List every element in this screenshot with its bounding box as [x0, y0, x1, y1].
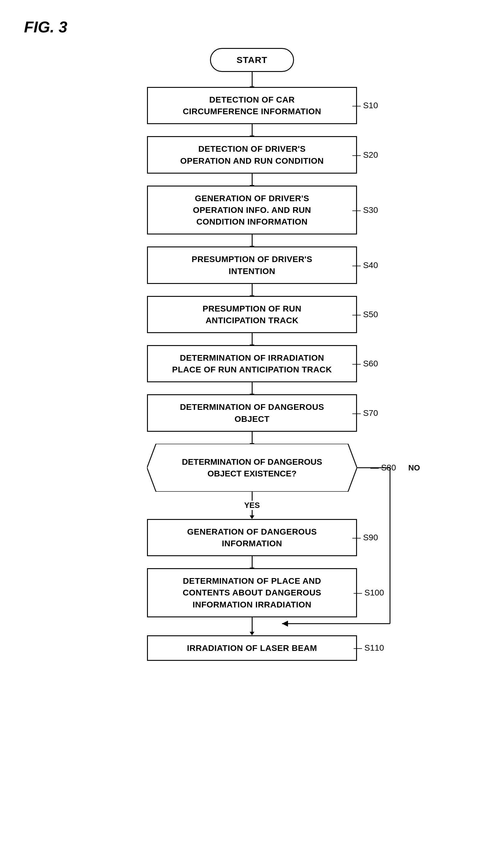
s60-box: DETERMINATION OF IRRADIATIONPLACE OF RUN…	[147, 345, 357, 382]
s100-box: DETERMINATION OF PLACE ANDCONTENTS ABOUT…	[147, 568, 357, 617]
s90-row: GENERATION OF DANGEROUSINFORMATION — S90	[72, 519, 432, 556]
s10-label: — S10	[352, 101, 378, 110]
start-terminal: START	[210, 48, 294, 72]
s20-row: DETECTION OF DRIVER'SOPERATION AND RUN C…	[24, 136, 480, 173]
s20-box: DETECTION OF DRIVER'SOPERATION AND RUN C…	[147, 136, 357, 173]
s30-label: — S30	[352, 205, 378, 215]
s90-label: — S90	[352, 533, 378, 542]
s50-label: — S50	[352, 310, 378, 319]
yes-label: YES	[244, 501, 260, 510]
svg-marker-4	[282, 621, 288, 627]
s110-label: — S110	[354, 643, 384, 653]
no-label: NO	[408, 463, 420, 472]
s100-label: — S100	[354, 588, 384, 598]
s80-text: DETERMINATION OF DANGEROUSOBJECT EXISTEN…	[182, 456, 322, 479]
s40-box: PRESUMPTION OF DRIVER'SINTENTION	[147, 247, 357, 283]
s100-row: DETERMINATION OF PLACE ANDCONTENTS ABOUT…	[72, 568, 432, 617]
s60-row: DETERMINATION OF IRRADIATIONPLACE OF RUN…	[24, 345, 480, 382]
s70-box: DETERMINATION OF DANGEROUSOBJECT	[147, 394, 357, 432]
s40-row: PRESUMPTION OF DRIVER'SINTENTION — S40	[24, 247, 480, 283]
s110-row: IRRADIATION OF LASER BEAM — S110	[24, 636, 480, 661]
s30-box: GENERATION OF DRIVER'SOPERATION INFO. AN…	[147, 186, 357, 235]
s90-box: GENERATION OF DANGEROUSINFORMATION	[147, 519, 357, 556]
s30-row: GENERATION OF DRIVER'SOPERATION INFO. AN…	[24, 186, 480, 235]
s10-box: DETECTION OF CARCIRCUMFERENCE INFORMATIO…	[147, 87, 357, 124]
s10-row: DETECTION OF CARCIRCUMFERENCE INFORMATIO…	[24, 87, 480, 124]
s50-box: PRESUMPTION OF RUNANTICIPATION TRACK	[147, 296, 357, 333]
s80-section: DETERMINATION OF DANGEROUSOBJECT EXISTEN…	[72, 444, 432, 632]
figure-title: FIG. 3	[24, 18, 480, 36]
s20-label: — S20	[352, 150, 378, 160]
s50-row: PRESUMPTION OF RUNANTICIPATION TRACK — S…	[24, 296, 480, 333]
s80-label: — S80	[370, 463, 396, 473]
s110-box: IRRADIATION OF LASER BEAM	[147, 636, 357, 661]
s60-label: — S60	[352, 359, 378, 369]
flowchart: START DETECTION OF CARCIRCUMFERENCE INFO…	[24, 48, 480, 679]
s70-label: — S70	[352, 409, 378, 418]
s80-diamond-wrapper: DETERMINATION OF DANGEROUSOBJECT EXISTEN…	[147, 444, 357, 492]
page: FIG. 3 START DETECTION OF CARCIRCUMFEREN…	[0, 0, 504, 868]
s40-label: — S40	[352, 260, 378, 270]
s70-row: DETERMINATION OF DANGEROUSOBJECT — S70	[24, 394, 480, 432]
